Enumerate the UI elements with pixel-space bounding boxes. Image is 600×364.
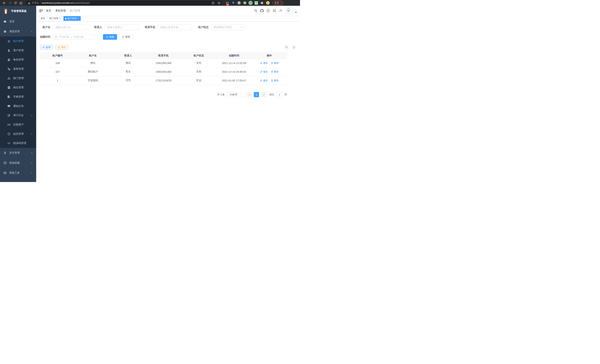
start-date-placeholder: 开始日期 <box>59 35 69 38</box>
browser-home-icon[interactable] <box>19 1 23 5</box>
page-size-select[interactable]: 10条/页 <box>227 92 244 97</box>
search-button[interactable]: 搜索 <box>103 34 117 40</box>
dashboard-icon <box>3 20 7 23</box>
fullscreen-icon[interactable] <box>273 9 276 12</box>
sidebar-item-online-user[interactable]: 在线用户 <box>0 120 36 129</box>
view-tab-2[interactable]: 租户管理× <box>64 16 81 21</box>
mobile-input[interactable] <box>158 25 192 30</box>
tenant-name-input[interactable] <box>53 25 87 30</box>
tab-close-icon[interactable]: × <box>77 18 79 20</box>
sidebar-item-error-code[interactable]: 错误码管理 <box>0 139 36 148</box>
export-button[interactable]: 导出 <box>55 45 68 50</box>
select-placeholder: 请选择租户状态 <box>214 26 232 29</box>
bookmark-star-icon[interactable] <box>217 1 222 5</box>
view-tab-0[interactable]: 首页 <box>39 16 47 21</box>
users-icon <box>7 58 10 61</box>
user-avatar-broken-image-icon[interactable] <box>286 7 293 14</box>
cell-status: 关闭 <box>181 67 216 76</box>
url-host: dashboard.yudao.iocoder.cn <box>42 1 73 4</box>
sidebar-item-label: 首页 <box>9 20 14 23</box>
sidebar-item-post[interactable]: 岗位管理 <box>0 83 36 92</box>
chevron-right-icon <box>263 94 264 96</box>
delete-link[interactable]: 删除 <box>271 79 279 82</box>
app-logo[interactable]: 芋道管理系统 <box>0 6 36 17</box>
browser-forward-icon[interactable] <box>7 1 12 5</box>
avatar-caret-down-icon[interactable] <box>295 12 297 14</box>
next-page-button[interactable] <box>261 92 266 97</box>
sidebar-item-audit-log[interactable]: 审计日志 <box>0 111 36 120</box>
browser-reload-icon[interactable] <box>13 1 18 5</box>
filter-label-tenant-name: 租户名 <box>40 26 50 29</box>
edit-link[interactable]: 修改 <box>260 79 268 82</box>
tab-label: 租户管理 <box>67 17 76 20</box>
current-page-button[interactable]: 1 <box>254 92 259 97</box>
sidebar-item-notice[interactable]: 通知公告 <box>0 102 36 111</box>
security-label[interactable]: 不安全 <box>32 1 39 5</box>
sidebar-item-system[interactable]: 系统管理 <box>0 27 36 37</box>
security-warning-icon[interactable] <box>28 2 30 4</box>
breadcrumb-item[interactable]: 系统管理 <box>55 9 66 12</box>
prev-page-button[interactable] <box>247 92 252 97</box>
trash-icon <box>271 71 273 73</box>
sidebar-toggle-icon[interactable] <box>39 9 43 12</box>
tenant-status-select[interactable]: 请选择租户状态 <box>211 25 245 30</box>
font-size-icon[interactable]: TT <box>279 9 282 12</box>
extension-pin-icon[interactable] <box>231 1 235 5</box>
extension-y-icon[interactable]: y <box>249 1 252 5</box>
sidebar-item-user[interactable]: 用户管理 <box>0 46 36 55</box>
create-time-range-picker[interactable]: 开始日期 - 结束日期 <box>53 34 95 40</box>
address-bar[interactable]: 不安全 dashboard.yudao.iocoder.cn/system/te… <box>26 1 222 5</box>
end-date-placeholder: 结束日期 <box>74 35 84 38</box>
download-icon <box>58 46 60 48</box>
extension-command-icon[interactable]: ⌘ <box>237 1 241 5</box>
update-button[interactable]: 更新 <box>272 1 283 5</box>
edit-pencil-icon <box>260 79 262 82</box>
sidebar-item-dict[interactable]: 字典管理 <box>0 92 36 102</box>
tab-close-icon[interactable]: × <box>59 18 61 20</box>
cell-name: 测试 <box>75 59 110 67</box>
delete-link[interactable]: 删除 <box>271 61 279 65</box>
sidebar-item-infra[interactable]: 基础设施 <box>0 158 36 168</box>
view-tab-1[interactable]: 部门管理× <box>48 16 63 21</box>
extension-chat-icon[interactable] <box>254 1 258 5</box>
users-icon <box>7 40 10 43</box>
table-row: 107测试租户秃头15601691300关闭2021-12-14 20:49:4… <box>40 67 287 76</box>
refresh-icon <box>293 46 295 49</box>
add-button[interactable]: 新增 <box>40 45 53 50</box>
badge-icon <box>7 86 10 89</box>
sidebar-item-role[interactable]: 角色管理 <box>0 55 36 64</box>
trash-icon <box>271 62 273 64</box>
app-navbar: 首页/系统管理/租户管理 ? TT <box>36 6 300 16</box>
goto-page-input[interactable] <box>276 92 283 97</box>
reset-button[interactable]: 重置 <box>119 34 133 40</box>
edit-link[interactable]: 修改 <box>260 61 268 65</box>
extension-blocks-icon[interactable]: 10 <box>225 1 229 5</box>
sidebar-item-dev-tool[interactable]: 研发工具 <box>0 168 36 178</box>
sidebar-item-home[interactable]: 首页 <box>0 17 36 27</box>
chevron-down-icon <box>31 152 33 154</box>
delete-link[interactable]: 删除 <box>271 70 279 74</box>
show-search-toggle-button[interactable] <box>284 45 289 50</box>
share-icon[interactable] <box>211 1 216 5</box>
profile-avatar-icon[interactable] <box>266 1 270 5</box>
sidebar-item-menu[interactable]: 菜单管理 <box>0 64 36 74</box>
extension-badge: 10 <box>226 3 229 6</box>
plus-icon <box>42 46 45 48</box>
cell-status: 关闭 <box>181 59 216 67</box>
sidebar-item-sms[interactable]: 短信管理 <box>0 129 36 139</box>
sidebar-item-pay[interactable]: 支付管理 <box>0 148 36 158</box>
sidebar-item-tenant[interactable]: 租户管理 <box>0 37 36 46</box>
sidebar-item-dept[interactable]: 部门管理 <box>0 74 36 83</box>
header-search-icon[interactable] <box>254 9 257 12</box>
edit-link[interactable]: 修改 <box>260 70 268 74</box>
refresh-table-button[interactable] <box>291 45 297 50</box>
toolbox-icon <box>3 171 7 174</box>
extensions-puzzle-icon[interactable] <box>260 1 264 5</box>
breadcrumb-item[interactable]: 首页 <box>46 9 51 12</box>
browser-menu-icon[interactable] <box>281 2 281 4</box>
github-icon[interactable] <box>260 9 264 12</box>
browser-back-icon[interactable] <box>2 1 7 5</box>
help-icon[interactable]: ? <box>267 9 270 12</box>
contact-input[interactable] <box>105 25 139 30</box>
extension-dot-icon[interactable] <box>243 1 247 5</box>
